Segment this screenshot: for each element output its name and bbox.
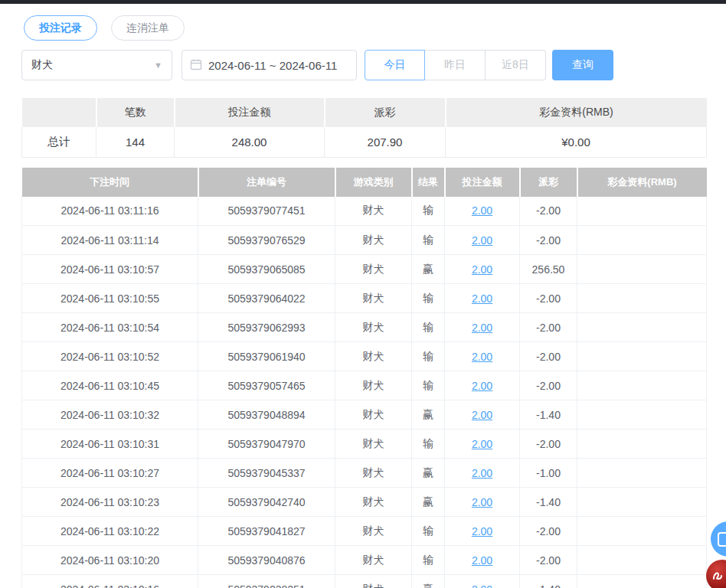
brand-logo-icon [711,570,724,582]
tab-bet-records[interactable]: 投注记录 [24,15,97,41]
result: 输 [412,342,445,371]
order-number: 5059379065085 [198,255,335,284]
bet-time: 2024-06-11 03:10:54 [22,313,198,342]
bet-records-table: 下注时间 注单编号 游戏类别 结果 投注金额 派彩 彩金资料(RMB) 2024… [21,168,707,588]
table-row: 2024-06-11 03:10:55 5059379064022 财犬 输 2… [22,284,707,313]
calendar-icon [190,58,202,73]
bet-amount-link[interactable]: 2.00 [472,525,492,537]
bonus-value [577,430,707,459]
bonus-value [577,226,707,255]
bet-amount-link[interactable]: 2.00 [472,322,492,334]
result: 赢 [412,488,445,517]
result: 赢 [412,400,445,430]
table-row: 2024-06-11 03:11:14 5059379076529 财犬 输 2… [22,226,707,255]
summary-header-count: 笔数 [96,98,175,127]
game-type: 财犬 [335,197,412,226]
table-row: 2024-06-11 03:10:54 5059379062993 财犬 输 2… [22,313,707,342]
tab-cancelled-orders[interactable]: 连消注单 [111,15,185,41]
table-row: 2024-06-11 03:10:31 5059379047970 财犬 输 2… [22,430,707,459]
payout-value: -2.00 [520,197,577,226]
quick-last8days-button[interactable]: 近8日 [486,50,546,80]
game-select[interactable]: 财犬 ▼ [21,50,172,80]
result: 赢 [412,255,445,284]
summary-total-payout: 207.90 [325,127,446,157]
bet-amount-link[interactable]: 2.00 [472,583,492,588]
game-type: 财犬 [335,342,412,371]
game-type: 财犬 [335,226,412,255]
date-range-value: 2024-06-11 ~ 2024-06-11 [208,59,337,72]
game-type: 财犬 [335,546,412,575]
bonus-value [577,459,707,488]
bonus-value [577,342,707,371]
bet-time: 2024-06-11 03:10:32 [22,400,198,430]
summary-table: 笔数 投注金额 派彩 彩金资料(RMB) 总计 144 248.00 207.9… [21,98,707,158]
quick-today-button[interactable]: 今日 [365,50,425,80]
bet-amount-link[interactable]: 2.00 [472,380,492,392]
table-row: 2024-06-11 03:10:57 5059379065085 财犬 赢 2… [22,255,707,284]
order-number: 5059379041827 [198,517,335,546]
bet-time: 2024-06-11 03:10:31 [22,430,198,459]
bet-amount-link[interactable]: 2.00 [472,467,492,479]
bet-amount-link[interactable]: 2.00 [472,351,492,363]
summary-header-empty [22,98,96,127]
result: 输 [412,226,445,255]
bet-amount-link[interactable]: 2.00 [472,234,492,247]
bet-amount-link[interactable]: 2.00 [472,554,492,567]
bet-amount-link[interactable]: 2.00 [472,292,492,305]
order-number: 5059379064022 [198,284,335,313]
chevron-down-icon: ▼ [154,60,162,70]
summary-header-bonus: 彩金资料(RMB) [446,98,707,127]
result: 输 [412,284,445,313]
table-row: 2024-06-11 03:10:16 5059379038251 财犬 赢 2… [22,575,707,588]
table-row: 2024-06-11 03:10:20 5059379040876 财犬 输 2… [22,546,707,575]
summary-total-bonus: ¥0.00 [446,127,707,157]
bonus-value [577,400,707,430]
col-header-result: 结果 [412,168,445,197]
result: 输 [412,517,445,546]
summary-total-label: 总计 [22,127,96,157]
bet-amount-link[interactable]: 2.00 [472,438,492,450]
table-row: 2024-06-11 03:10:52 5059379061940 财犬 输 2… [22,342,707,371]
bet-time: 2024-06-11 03:10:57 [22,255,198,284]
game-type: 财犬 [335,488,412,517]
payout-value: -1.40 [520,400,577,430]
result: 赢 [412,459,445,488]
summary-header-bet-amount: 投注金额 [175,98,325,127]
summary-total-count: 144 [96,127,175,157]
summary-header-payout: 派彩 [325,98,446,127]
filter-row: 财犬 ▼ 2024-06-11 ~ 2024-06-11 今日 昨日 近8日 查… [21,50,706,80]
bet-time: 2024-06-11 03:10:16 [22,575,198,588]
order-number: 5059379057465 [198,371,335,400]
bet-amount-link[interactable]: 2.00 [472,263,492,276]
payout-value: -1.40 [520,488,577,517]
bonus-value [577,517,707,546]
table-row: 2024-06-11 03:10:45 5059379057465 财犬 输 2… [22,371,707,400]
result: 输 [412,313,445,342]
order-number: 5059379042740 [198,488,335,517]
tab-bar: 投注记录 连消注单 [24,15,706,41]
payout-value: -1.40 [520,575,577,588]
bonus-value [577,255,707,284]
order-number: 5059379048894 [198,400,335,430]
bonus-value [577,284,707,313]
date-range-input[interactable]: 2024-06-11 ~ 2024-06-11 [182,50,357,80]
table-body: 2024-06-11 03:11:16 5059379077451 财犬 输 2… [22,197,707,588]
bet-amount-link[interactable]: 2.00 [472,409,492,421]
bet-amount-link[interactable]: 2.00 [472,204,492,217]
payout-value: -2.00 [520,226,577,255]
order-number: 5059379045337 [198,459,335,488]
game-type: 财犬 [335,313,412,342]
quick-yesterday-button[interactable]: 昨日 [425,50,486,80]
bet-time: 2024-06-11 03:10:27 [22,459,198,488]
chat-icon [718,532,726,547]
col-header-payout: 派彩 [520,168,577,197]
search-button[interactable]: 查询 [552,50,613,80]
payout-value: -2.00 [520,284,577,313]
payout-value: -2.00 [520,430,577,459]
col-header-bet-time: 下注时间 [22,168,198,197]
bet-amount-link[interactable]: 2.00 [472,496,492,508]
bet-time: 2024-06-11 03:10:45 [22,371,198,400]
payout-value: -2.00 [520,517,577,546]
summary-header-row: 笔数 投注金额 派彩 彩金资料(RMB) [22,98,707,127]
order-number: 5059379077451 [198,197,335,226]
